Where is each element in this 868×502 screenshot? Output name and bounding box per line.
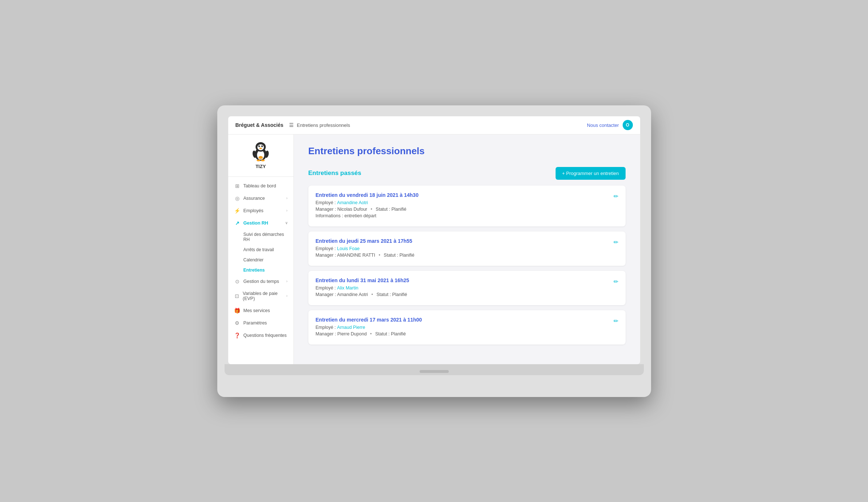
assurance-icon: ◎ — [234, 195, 241, 201]
breadcrumb-area: ☰ Entretiens professionnels — [289, 122, 350, 128]
chevron-right-icon: › — [286, 279, 287, 283]
brand-name: Bréguet & Associés — [236, 122, 284, 128]
interview-manager-statut: Manager : Nicolas Dufour • Statut : Plan… — [316, 207, 614, 212]
sidebar-item-employes[interactable]: ⚡ Employés › — [228, 205, 293, 217]
chevron-right-icon: › — [286, 209, 287, 213]
svg-point-12 — [261, 159, 265, 161]
variables-paie-icon: ⊡ — [234, 293, 240, 299]
employes-icon: ⚡ — [234, 208, 241, 214]
sidebar-sub-item-suivi-demarches[interactable]: Suivi des démarches RH — [228, 229, 293, 245]
sidebar-item-variables-paie[interactable]: ⊡ Variables de paie (EVP) › — [228, 288, 293, 304]
svg-point-6 — [261, 145, 263, 147]
interview-manager-statut: Manager : Amandine Aotri • Statut : Plan… — [316, 292, 614, 297]
svg-point-11 — [257, 159, 260, 161]
sidebar-item-tableau-de-bord[interactable]: ⊞ Tableau de bord — [228, 180, 293, 192]
interview-title: Entretien du mercredi 17 mars 2021 à 11h… — [316, 317, 614, 323]
svg-point-4 — [258, 145, 260, 147]
sidebar-item-label: Assurance — [244, 196, 265, 201]
chevron-right-icon: › — [286, 294, 287, 298]
section-header: Entretiens passés + Programmer un entret… — [308, 167, 626, 180]
svg-point-13 — [258, 156, 263, 159]
avatar[interactable]: O — [623, 120, 633, 130]
interview-info: Informations : entretien départ — [316, 213, 614, 218]
sidebar-nav: ⊞ Tableau de bord ◎ Assurance › — [228, 180, 293, 342]
svg-point-7 — [262, 145, 263, 146]
top-bar-right: Nous contacter O — [587, 120, 632, 130]
interview-card-body: Entretien du lundi 31 mai 2021 à 16h25 E… — [316, 277, 614, 299]
edit-icon[interactable]: ✏ — [614, 239, 618, 246]
sidebar-item-label: Variables de paie (EVP) — [243, 291, 286, 301]
interview-title: Entretien du vendredi 18 juin 2021 à 14h… — [316, 192, 614, 198]
sidebar-sub-item-entretiens[interactable]: Entretiens — [228, 265, 293, 275]
sidebar-divider — [228, 176, 293, 177]
interview-employe: Employé : Louis Foae — [316, 246, 614, 251]
sidebar-sub-item-calendrier[interactable]: Calendrier — [228, 255, 293, 265]
interview-employe: Employé : Amandine Aotri — [316, 200, 614, 205]
sidebar-item-mes-services[interactable]: 🎁 Mes services — [228, 304, 293, 317]
sidebar-item-label: Questions fréquentes — [244, 333, 287, 338]
sidebar-item-gestion-temps[interactable]: ⊙ Gestion du temps › — [228, 275, 293, 288]
contact-link[interactable]: Nous contacter — [587, 122, 619, 128]
interview-card-body: Entretien du vendredi 18 juin 2021 à 14h… — [316, 192, 614, 220]
sidebar-logo-area: TIZY — [250, 140, 272, 169]
menu-icon: ☰ — [289, 122, 294, 128]
edit-icon[interactable]: ✏ — [614, 318, 618, 324]
top-bar: Bréguet & Associés ☰ Entretiens professi… — [228, 116, 640, 135]
dashboard-icon: ⊞ — [234, 183, 241, 189]
interview-card-body: Entretien du mercredi 17 mars 2021 à 11h… — [316, 317, 614, 338]
questions-frequentes-icon: ❓ — [234, 332, 241, 338]
penguin-logo — [250, 140, 272, 162]
edit-icon[interactable]: ✏ — [614, 193, 618, 200]
sidebar: TIZY ⊞ Tableau de bord ◎ — [228, 135, 294, 364]
content-area: Entretiens professionnels Entretiens pas… — [294, 135, 640, 364]
sidebar-sub-item-arrets-travail[interactable]: Arrêts de travail — [228, 245, 293, 255]
section-title: Entretiens passés — [308, 170, 362, 177]
interview-card: Entretien du vendredi 18 juin 2021 à 14h… — [308, 186, 626, 226]
page-title: Entretiens professionnels — [308, 145, 626, 157]
sidebar-item-label: Employés — [244, 208, 264, 213]
breadcrumb: Entretiens professionnels — [297, 122, 350, 128]
sidebar-item-label: Tableau de bord — [244, 183, 276, 188]
sidebar-item-label: Gestion RH — [244, 221, 268, 226]
sidebar-item-label: Mes services — [244, 308, 270, 313]
program-interview-button[interactable]: + Programmer un entretien — [556, 167, 626, 180]
svg-point-3 — [257, 144, 264, 150]
interview-card: Entretien du lundi 31 mai 2021 à 16h25 E… — [308, 271, 626, 305]
chevron-right-icon: › — [286, 196, 287, 200]
sidebar-item-assurance[interactable]: ◎ Assurance › — [228, 192, 293, 205]
svg-point-8 — [260, 148, 262, 149]
edit-icon[interactable]: ✏ — [614, 278, 618, 285]
main-layout: TIZY ⊞ Tableau de bord ◎ — [228, 135, 640, 364]
sidebar-item-label: Paramètres — [244, 320, 267, 326]
gestion-rh-icon: ↗ — [234, 220, 241, 226]
sidebar-item-questions-frequentes[interactable]: ❓ Questions fréquentes — [228, 329, 293, 342]
top-bar-left: Bréguet & Associés ☰ Entretiens professi… — [236, 122, 350, 128]
interview-employe: Employé : Alix Martin — [316, 285, 614, 291]
gestion-temps-icon: ⊙ — [234, 279, 241, 284]
interview-manager-statut: Manager : AMANDINE RATTI • Statut : Plan… — [316, 253, 614, 258]
interview-title: Entretien du lundi 31 mai 2021 à 16h25 — [316, 277, 614, 283]
mes-services-icon: 🎁 — [234, 308, 241, 314]
interview-title: Entretien du jeudi 25 mars 2021 à 17h55 — [316, 238, 614, 244]
parametres-icon: ⚙ — [234, 320, 241, 326]
interview-manager-statut: Manager : Pierre Dupond • Statut : Plani… — [316, 331, 614, 336]
sidebar-item-parametres[interactable]: ⚙ Paramètres — [228, 317, 293, 329]
sidebar-item-gestion-rh[interactable]: ↗ Gestion RH ∨ — [228, 217, 293, 229]
svg-point-5 — [259, 145, 260, 146]
interview-card: Entretien du mercredi 17 mars 2021 à 11h… — [308, 310, 626, 345]
chevron-down-icon: ∨ — [285, 221, 288, 225]
sidebar-user-name: TIZY — [256, 164, 266, 169]
interview-card-body: Entretien du jeudi 25 mars 2021 à 17h55 … — [316, 238, 614, 259]
interview-employe: Employé : Arnaud Pierre — [316, 325, 614, 330]
sidebar-item-label: Gestion du temps — [244, 279, 279, 284]
interview-card: Entretien du jeudi 25 mars 2021 à 17h55 … — [308, 231, 626, 266]
